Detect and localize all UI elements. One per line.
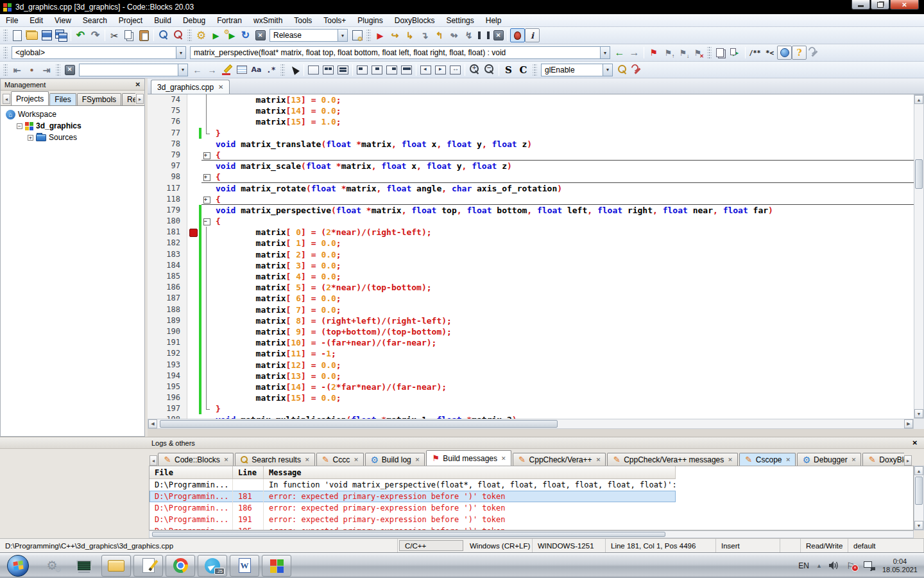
marker-margin[interactable]: [187, 249, 199, 260]
menu-edit[interactable]: Edit: [24, 15, 49, 26]
stop-debugger-icon[interactable]: [491, 28, 506, 42]
step-into-instruction-icon[interactable]: [461, 28, 476, 42]
code-text[interactable]: void matrix_scale(float *matrix, float x…: [212, 161, 512, 171]
menu-debug[interactable]: Debug: [177, 15, 211, 26]
line-number[interactable]: 194: [148, 371, 187, 381]
code-text[interactable]: matrix[12] = 0.0;: [212, 360, 341, 371]
taskbar-chrome[interactable]: [166, 555, 195, 577]
marker-margin[interactable]: [187, 337, 199, 348]
log-tab-cppcheck-vera-messages[interactable]: CppCheck/Vera++ messages✕: [607, 453, 738, 466]
fold-margin[interactable]: [201, 238, 212, 249]
abort-build-icon[interactable]: [253, 28, 268, 42]
tree-expander-icon[interactable]: +: [28, 135, 33, 141]
logs-scroll-up-icon[interactable]: ▲: [914, 466, 923, 475]
menu-build[interactable]: Build: [148, 15, 177, 26]
log-tab-cppcheck-vera-[interactable]: CppCheck/Vera++✕: [513, 453, 606, 466]
log-tab-close-icon[interactable]: ✕: [305, 457, 310, 463]
marker-margin[interactable]: [187, 282, 199, 293]
fold-margin[interactable]: [201, 381, 212, 392]
run-icon[interactable]: [209, 28, 223, 42]
code-text[interactable]: matrix[11] = -1;: [212, 348, 336, 359]
bookmark-prev-icon[interactable]: [661, 46, 676, 60]
scope-combo[interactable]: <global>▾: [12, 46, 186, 59]
menu-view[interactable]: View: [49, 15, 77, 26]
zoom-out-icon[interactable]: [482, 63, 497, 77]
editor-horizontal-scrollbar[interactable]: ◀ ▶: [148, 419, 914, 429]
open-file-icon[interactable]: [24, 28, 39, 42]
toolbar-grip[interactable]: [533, 64, 537, 76]
bookmark-next-icon[interactable]: [676, 46, 690, 60]
code-text[interactable]: void matrix_translate(float *matrix, flo…: [212, 139, 532, 150]
build-target-dropdown-icon[interactable]: ▾: [338, 30, 347, 41]
action-center-icon[interactable]: [846, 561, 857, 571]
fold-margin[interactable]: [201, 260, 212, 271]
marker-margin[interactable]: [187, 348, 199, 359]
marker-margin[interactable]: [187, 326, 199, 337]
undo-icon[interactable]: [73, 28, 88, 42]
menu-fortran[interactable]: Fortran: [211, 15, 248, 26]
fold-margin[interactable]: [201, 161, 212, 171]
fold-margin[interactable]: [201, 249, 212, 260]
toolbar-grip[interactable]: [3, 30, 8, 41]
code-line[interactable]: 189 matrix[ 8] = (right+left)/(right-lef…: [148, 315, 914, 326]
code-text[interactable]: {: [212, 150, 221, 161]
bookmark-clear-icon[interactable]: [690, 46, 705, 60]
break-debugger-icon[interactable]: [476, 28, 491, 42]
code-line[interactable]: 118{: [148, 194, 914, 205]
fold-margin[interactable]: [201, 337, 212, 348]
build-message-row[interactable]: D:\Programmin...195error: expected prima…: [150, 525, 676, 530]
management-tab-projects[interactable]: Projects: [11, 91, 49, 105]
code-text[interactable]: {: [212, 171, 221, 182]
line-number[interactable]: 197: [148, 403, 187, 414]
code-line[interactable]: 179void matrix_perspective(float *matrix…: [148, 205, 914, 216]
next-line-icon[interactable]: [402, 28, 417, 42]
align-center-icon[interactable]: [370, 63, 384, 77]
step-into-icon[interactable]: [417, 28, 432, 42]
doxy-run-icon[interactable]: [728, 46, 743, 60]
code-line[interactable]: 184 matrix[ 3] = 0.0;: [148, 260, 914, 271]
build-message-row[interactable]: D:\Programmin...191error: expected prima…: [150, 514, 676, 525]
code-text[interactable]: matrix[13] = 0.0;: [212, 94, 341, 105]
scroll-down-icon[interactable]: ▼: [914, 409, 923, 418]
code-line[interactable]: 190 matrix[ 9] = (top+bottom)/(top-botto…: [148, 326, 914, 337]
fold-margin[interactable]: [201, 282, 212, 293]
taskbar-gears[interactable]: [37, 555, 67, 577]
tree-item-workspace[interactable]: ⌂Workspace: [1, 109, 144, 120]
log-tab-doxyblocks[interactable]: DoxyBlocks✕: [862, 453, 904, 466]
editor-tab-close-icon[interactable]: ✕: [218, 83, 223, 91]
size-fit-icon[interactable]: [448, 63, 463, 77]
taskbar-notepad[interactable]: [133, 555, 163, 577]
marker-margin[interactable]: [187, 171, 199, 182]
build-message-row[interactable]: D:\Programmin...186error: expected prima…: [150, 502, 676, 514]
build-icon[interactable]: [194, 28, 209, 42]
nav-forward-icon[interactable]: [627, 46, 642, 60]
gl-wrench-icon[interactable]: [629, 63, 644, 77]
code-text[interactable]: matrix[10] = -(far+near)/(far-near);: [212, 337, 436, 348]
fold-margin[interactable]: [201, 150, 212, 161]
close-button[interactable]: [890, 0, 919, 10]
fold-margin[interactable]: [201, 315, 212, 326]
fold-margin[interactable]: [201, 216, 212, 227]
line-number[interactable]: 76: [148, 116, 187, 127]
code-text[interactable]: matrix[ 4] = 0.0;: [212, 271, 341, 282]
log-tab-build-messages[interactable]: Build messages✕: [426, 450, 511, 466]
log-tab-close-icon[interactable]: ✕: [354, 457, 359, 463]
wxs-pointer-icon[interactable]: [287, 63, 302, 77]
menu-help[interactable]: Help: [480, 15, 508, 26]
code-text[interactable]: {: [212, 216, 221, 227]
management-close-icon[interactable]: ✕: [135, 81, 141, 88]
code-text[interactable]: }: [212, 403, 221, 414]
new-file-icon[interactable]: [10, 28, 24, 42]
regex-icon[interactable]: [264, 63, 278, 77]
line-number[interactable]: 77: [148, 128, 187, 139]
logs-close-icon[interactable]: ✕: [912, 439, 918, 446]
start-button[interactable]: [1, 555, 35, 577]
code-line[interactable]: 187 matrix[ 6] = 0.0;: [148, 293, 914, 304]
code-line[interactable]: 78void matrix_translate(float *matrix, f…: [148, 139, 914, 150]
line-number[interactable]: 74: [148, 94, 187, 105]
code-line[interactable]: 77}: [148, 128, 914, 139]
management-tab-fsymbols[interactable]: FSymbols: [77, 93, 121, 105]
incsearch-highlight-icon[interactable]: [219, 63, 234, 77]
incsearch-prev-icon[interactable]: [190, 63, 205, 77]
step-out-icon[interactable]: [432, 28, 447, 42]
